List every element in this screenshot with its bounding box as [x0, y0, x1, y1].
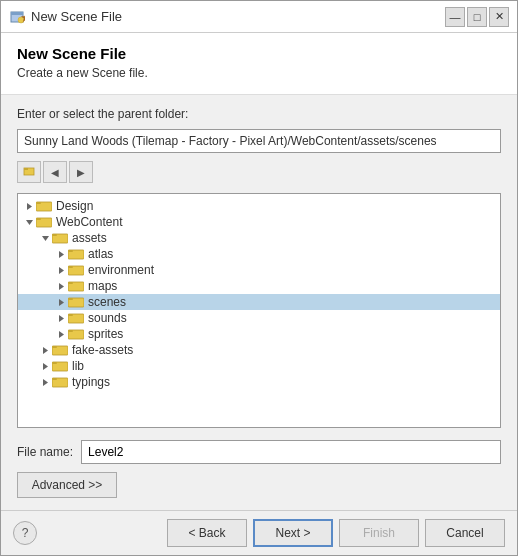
svg-marker-27	[59, 315, 64, 322]
svg-marker-18	[59, 267, 64, 274]
tree-item[interactable]: Design	[18, 198, 500, 214]
svg-marker-24	[59, 299, 64, 306]
svg-rect-8	[36, 202, 41, 204]
svg-marker-12	[42, 236, 49, 241]
advanced-button[interactable]: Advanced >>	[17, 472, 117, 498]
tree-item[interactable]: sprites	[18, 326, 500, 342]
next-button[interactable]: Next >	[253, 519, 333, 547]
window-title: New Scene File	[31, 9, 122, 24]
maximize-button[interactable]: □	[467, 7, 487, 27]
nav-forward-button[interactable]: ▶	[69, 161, 93, 183]
tree-item[interactable]: atlas	[18, 246, 500, 262]
tree-item-label: lib	[72, 359, 84, 373]
folder-icon	[52, 343, 68, 357]
back-button[interactable]: < Back	[167, 519, 247, 547]
folder-path-input[interactable]	[17, 129, 501, 153]
tree-item-label: scenes	[88, 295, 126, 309]
dialog-window: ★ New Scene File — □ ✕ New Scene File Cr…	[0, 0, 518, 556]
folder-icon	[68, 311, 84, 325]
cancel-button[interactable]: Cancel	[425, 519, 505, 547]
header-section: New Scene File Create a new Scene file.	[1, 33, 517, 95]
svg-rect-41	[52, 378, 57, 380]
folder-icon	[68, 295, 84, 309]
finish-button: Finish	[339, 519, 419, 547]
title-bar-controls: — □ ✕	[445, 7, 509, 27]
tree-toggle-icon	[54, 263, 68, 277]
tree-item[interactable]: lib	[18, 358, 500, 374]
folder-tree[interactable]: Design WebContent assets atlas environme…	[17, 193, 501, 428]
folder-icon	[52, 375, 68, 389]
svg-marker-33	[43, 347, 48, 354]
tree-toggle-icon	[54, 247, 68, 261]
tree-item[interactable]: maps	[18, 278, 500, 294]
tree-toggle-icon	[22, 215, 36, 229]
tree-item-label: sounds	[88, 311, 127, 325]
tree-item[interactable]: environment	[18, 262, 500, 278]
minimize-button[interactable]: —	[445, 7, 465, 27]
tree-toggle-icon	[38, 359, 52, 373]
tree-item-label: WebContent	[56, 215, 123, 229]
tree-toggle-icon	[54, 327, 68, 341]
folder-icon	[52, 359, 68, 373]
svg-rect-26	[68, 298, 73, 300]
svg-rect-38	[52, 362, 57, 364]
help-button[interactable]: ?	[13, 521, 37, 545]
tree-item[interactable]: assets	[18, 230, 500, 246]
svg-rect-17	[68, 250, 73, 252]
folder-icon	[52, 231, 68, 245]
file-name-label: File name:	[17, 445, 73, 459]
tree-item[interactable]: sounds	[18, 310, 500, 326]
svg-marker-15	[59, 251, 64, 258]
svg-text:★: ★	[20, 10, 25, 25]
tree-toggle-icon	[54, 279, 68, 293]
svg-rect-5	[24, 168, 28, 170]
svg-marker-6	[27, 203, 32, 210]
svg-marker-36	[43, 363, 48, 370]
tree-item[interactable]: fake-assets	[18, 342, 500, 358]
tree-toggle-icon	[38, 231, 52, 245]
header-subtitle: Create a new Scene file.	[17, 66, 501, 80]
tree-item-label: assets	[72, 231, 107, 245]
close-button[interactable]: ✕	[489, 7, 509, 27]
tree-item-label: sprites	[88, 327, 123, 341]
folder-label: Enter or select the parent folder:	[17, 107, 501, 121]
folder-icon	[68, 327, 84, 341]
folder-nav: ◀ ▶	[17, 161, 501, 183]
tree-item-label: maps	[88, 279, 117, 293]
tree-item[interactable]: WebContent	[18, 214, 500, 230]
header-title: New Scene File	[17, 45, 501, 62]
folder-icon	[68, 279, 84, 293]
content-section: Enter or select the parent folder: ◀ ▶ D…	[1, 95, 517, 510]
bottom-left: ?	[13, 521, 37, 545]
folder-icon	[36, 199, 52, 213]
svg-rect-14	[52, 234, 57, 236]
bottom-bar: ? < Back Next > Finish Cancel	[1, 510, 517, 555]
tree-item-label: typings	[72, 375, 110, 389]
nav-back-button[interactable]: ◀	[43, 161, 67, 183]
svg-rect-32	[68, 330, 73, 332]
tree-toggle-icon	[22, 199, 36, 213]
svg-rect-11	[36, 218, 41, 220]
folder-icon	[68, 247, 84, 261]
window-icon: ★	[9, 9, 25, 25]
nav-up-button[interactable]	[17, 161, 41, 183]
svg-marker-9	[26, 220, 33, 225]
tree-item-label: Design	[56, 199, 93, 213]
svg-rect-29	[68, 314, 73, 316]
tree-toggle-icon	[54, 311, 68, 325]
svg-marker-30	[59, 331, 64, 338]
tree-item-label: fake-assets	[72, 343, 133, 357]
tree-toggle-icon	[54, 295, 68, 309]
tree-item-label: atlas	[88, 247, 113, 261]
title-bar-left: ★ New Scene File	[9, 9, 122, 25]
tree-item[interactable]: scenes	[18, 294, 500, 310]
tree-item-label: environment	[88, 263, 154, 277]
tree-item[interactable]: typings	[18, 374, 500, 390]
tree-toggle-icon	[38, 343, 52, 357]
folder-icon	[36, 215, 52, 229]
svg-rect-35	[52, 346, 57, 348]
folder-icon	[68, 263, 84, 277]
file-name-input[interactable]	[81, 440, 501, 464]
bottom-right: < Back Next > Finish Cancel	[167, 519, 505, 547]
svg-rect-20	[68, 266, 73, 268]
